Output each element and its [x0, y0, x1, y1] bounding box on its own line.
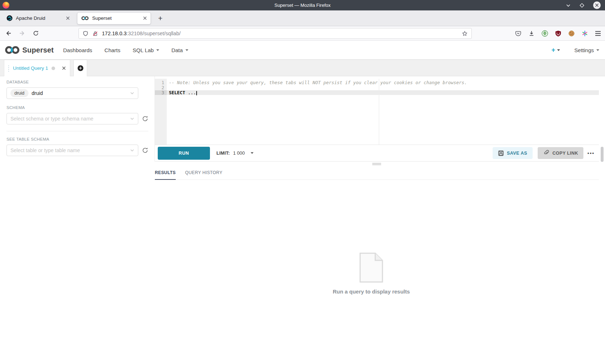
- back-icon[interactable]: [5, 30, 12, 36]
- caret-down-icon: [251, 152, 254, 154]
- refresh-tables-icon[interactable]: [142, 147, 148, 154]
- schema-label: SCHEMA: [6, 105, 148, 110]
- ublock-origin-icon[interactable]: [555, 30, 561, 37]
- browser-tab-superset[interactable]: Superset: [77, 12, 151, 24]
- schema-select[interactable]: Select schema or type schema name: [6, 113, 138, 124]
- sql-comment: -- Note: Unless you save your query, the…: [169, 80, 467, 85]
- sql-lab-main: DATABASE druid druid SCHEMA Select schem…: [0, 76, 605, 364]
- chevron-down-icon: [130, 91, 134, 95]
- tracking-shield-icon[interactable]: [82, 31, 89, 37]
- database-select[interactable]: druid druid: [6, 87, 138, 99]
- editor-toolbar: RUN LIMIT: 1 000 SAVE AS: [155, 145, 599, 161]
- caret-down-icon: [596, 49, 599, 51]
- window-title: Superset — Mozilla Firefox: [0, 3, 605, 8]
- tab-close-icon[interactable]: [66, 16, 70, 20]
- refresh-schemas-icon[interactable]: [142, 115, 148, 122]
- window-close-button[interactable]: [593, 1, 601, 9]
- editor-gutter: 1 2 3: [155, 79, 167, 145]
- browser-navigation-toolbar: 172.18.0.3:32108/superset/sqllab/: [0, 26, 605, 41]
- tab-results[interactable]: RESULTS: [155, 170, 176, 180]
- database-label: DATABASE: [6, 80, 148, 84]
- reload-icon[interactable]: [33, 30, 39, 36]
- plus-icon: +: [551, 46, 555, 54]
- query-tab-untitled-query-1[interactable]: Untitled Query 1: [4, 60, 70, 76]
- brand-name: Superset: [22, 46, 54, 54]
- browser-tab-title: Superset: [92, 15, 112, 21]
- sql-editor[interactable]: 1 2 3 -- Note: Unless you save your quer…: [155, 79, 599, 145]
- tab-close-icon[interactable]: [143, 16, 147, 20]
- window-minimize-button[interactable]: [566, 3, 571, 8]
- query-tab-strip: Untitled Query 1: [0, 60, 605, 76]
- caret-down-icon: [156, 49, 159, 51]
- limit-label: LIMIT:: [216, 151, 230, 156]
- bookmark-star-icon[interactable]: [462, 31, 468, 37]
- caret-down-icon: [557, 49, 560, 51]
- copy-link-button[interactable]: COPY LINK: [538, 147, 583, 159]
- browser-tab-title: Apache Druid: [16, 15, 45, 21]
- url-text: 172.18.0.3:32108/superset/sqllab/: [102, 31, 180, 36]
- editor-column: 1 2 3 -- Note: Unless you save your quer…: [154, 76, 599, 364]
- superset-navbar: Superset Dashboards Charts SQL Lab Data …: [0, 41, 605, 60]
- window-maximize-button[interactable]: [579, 3, 584, 8]
- caret-down-icon: [185, 49, 188, 51]
- drag-handle-icon[interactable]: [8, 65, 9, 66]
- pocket-icon[interactable]: [515, 30, 521, 37]
- sql-keyword: SELECT: [169, 90, 185, 95]
- cookie-icon[interactable]: [568, 30, 575, 37]
- add-query-tab-button[interactable]: [73, 60, 87, 76]
- limit-dropdown[interactable]: LIMIT: 1 000: [216, 150, 254, 156]
- settings-menu[interactable]: Settings: [574, 47, 599, 53]
- url-bar[interactable]: 172.18.0.3:32108/superset/sqllab/: [79, 28, 472, 39]
- table-select[interactable]: Select table or type table name: [6, 145, 138, 156]
- chevron-down-icon: [130, 117, 134, 121]
- line-number-active: 3: [155, 90, 167, 95]
- sql-lab-sidebar: DATABASE druid druid SCHEMA Select schem…: [0, 76, 154, 364]
- sidebar-divider: [6, 131, 148, 131]
- query-tab-close-icon[interactable]: [62, 66, 66, 70]
- save-as-button[interactable]: SAVE AS: [493, 147, 533, 159]
- new-tab-button[interactable]: +: [156, 14, 165, 23]
- forward-icon[interactable]: [19, 30, 25, 36]
- link-icon: [543, 150, 549, 156]
- plus-circle-icon: [77, 65, 84, 71]
- scrollbar-thumb[interactable]: [601, 147, 604, 162]
- superset-logo[interactable]: Superset: [4, 46, 54, 54]
- druid-favicon-icon: [6, 15, 13, 21]
- browser-tabbar: Apache Druid Superset +: [0, 10, 605, 26]
- run-button[interactable]: RUN: [158, 147, 210, 160]
- insecure-lock-icon[interactable]: [92, 31, 98, 37]
- results-empty-state: Run a query to display results: [154, 252, 599, 295]
- pane-resize-handle-icon[interactable]: [372, 163, 381, 166]
- sql-code: ...: [185, 90, 196, 95]
- privacy-badger-icon[interactable]: [542, 30, 548, 37]
- limit-value: 1 000: [233, 150, 245, 156]
- superset-infinity-icon: [4, 46, 20, 54]
- table-placeholder: Select table or type table name: [10, 147, 80, 153]
- results-tabbar: RESULTS QUERY HISTORY: [154, 170, 599, 180]
- nav-item-dashboards[interactable]: Dashboards: [63, 47, 92, 53]
- line-number: 1: [155, 80, 167, 85]
- floppy-disk-icon: [498, 150, 504, 156]
- chevron-down-icon: [130, 148, 134, 153]
- downloads-icon[interactable]: [528, 30, 535, 37]
- database-selected-value: druid: [32, 90, 43, 96]
- browser-tab-apache-druid[interactable]: Apache Druid: [3, 12, 73, 24]
- nav-item-data[interactable]: Data: [171, 47, 188, 53]
- query-tab-title: Untitled Query 1: [13, 65, 48, 71]
- editor-code-area[interactable]: -- Note: Unless you save your query, the…: [167, 79, 599, 145]
- line-number: 2: [155, 85, 167, 90]
- text-cursor: [196, 91, 197, 95]
- nav-item-sql-lab[interactable]: SQL Lab: [133, 47, 159, 53]
- new-item-button[interactable]: +: [551, 46, 560, 54]
- url-host: 172.18.0.3: [102, 31, 127, 36]
- hamburger-menu-icon[interactable]: [595, 31, 601, 36]
- unsaved-indicator-dot: [51, 67, 55, 70]
- tab-query-history[interactable]: QUERY HISTORY: [185, 170, 223, 180]
- extension-asterisk-icon[interactable]: [582, 30, 588, 37]
- window-titlebar: Superset — Mozilla Firefox: [0, 0, 605, 10]
- database-engine-pill: druid: [10, 89, 28, 97]
- pane-resize-row: [154, 161, 599, 167]
- empty-state-message: Run a query to display results: [333, 288, 410, 295]
- nav-item-charts[interactable]: Charts: [104, 47, 120, 53]
- more-actions-button[interactable]: •••: [587, 150, 595, 156]
